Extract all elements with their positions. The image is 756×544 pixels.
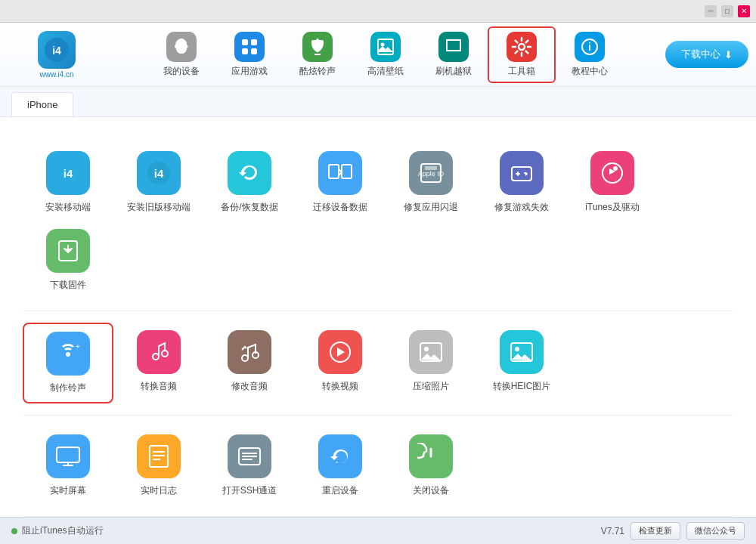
ssh-tunnel-label: 打开SSH通道 [222,484,277,497]
convert-video-label: 转换视频 [322,380,358,393]
close-button[interactable]: ✕ [738,5,750,17]
tool-download-fw[interactable]: 下载固件 [23,221,113,299]
fix-games-icon [500,151,544,195]
svg-rect-20 [512,167,531,181]
tool-row-1: i4 安装移动端 i4 安装旧版移动端 备份/恢复数据 [23,132,733,311]
download-center-label: 下载中心 [681,48,720,61]
tool-compress-photo[interactable]: 压缩照片 [386,323,476,403]
nav-wallpapers-label: 高清壁纸 [367,65,404,78]
svg-point-8 [519,44,525,50]
migrate-data-icon [318,151,362,195]
svg-point-33 [515,347,519,351]
tool-make-ringtone[interactable]: + 制作铃声 [23,323,113,403]
main-nav: 我的设备 应用游戏 酷炫铃声 [113,26,658,83]
svg-text:+: + [76,342,80,351]
tool-realtime-log[interactable]: 实时日志 [113,427,204,505]
minimize-button[interactable]: ─ [705,5,717,17]
tool-backup-restore[interactable]: 备份/恢复数据 [204,144,295,221]
realtime-log-icon [137,434,181,478]
download-center-button[interactable]: 下载中心 ⬇ [665,41,748,68]
tool-fix-games[interactable]: 修复游戏失效 [476,144,567,221]
tool-install-app[interactable]: i4 安装移动端 [23,144,113,221]
svg-rect-3 [251,39,257,45]
nav-my-device-icon [166,32,197,62]
tool-row-3: 实时屏幕 实时日志 [23,416,733,517]
maximize-button[interactable]: □ [721,5,733,17]
tool-ssh-tunnel[interactable]: 打开SSH通道 [204,427,295,505]
convert-video-icon [318,330,362,374]
svg-point-22 [613,166,618,171]
tool-realtime-screen[interactable]: 实时屏幕 [23,427,113,505]
tool-install-old-app[interactable]: i4 安装旧版移动端 [113,144,204,221]
reboot-device-icon [318,434,362,478]
make-ringtone-label: 制作铃声 [50,382,86,394]
compress-photo-label: 压缩照片 [413,380,449,393]
tool-section: i4 安装移动端 i4 安装旧版移动端 备份/恢复数据 [23,132,733,517]
nav-my-device[interactable]: 我的设备 [147,26,215,83]
tool-convert-audio[interactable]: 转换音频 [113,323,204,403]
svg-point-31 [424,347,429,351]
nav-jailbreak[interactable]: 刷机越狱 [420,26,488,83]
status-bar: 阻止iTunes自动运行 V7.71 检查更新 微信公众号 [0,517,756,544]
tool-reboot-device[interactable]: 重启设备 [295,427,386,505]
wechat-button[interactable]: 微信公众号 [686,522,745,540]
svg-rect-34 [57,447,79,462]
backup-restore-icon [228,151,271,195]
reboot-device-label: 重启设备 [322,484,358,497]
main-content: i4 安装移动端 i4 安装旧版移动端 备份/恢复数据 [0,117,756,517]
nav-jailbreak-label: 刷机越狱 [435,65,472,78]
install-old-app-label: 安装旧版移动端 [127,201,191,214]
edit-audio-label: 修改音频 [231,380,268,393]
svg-rect-2 [242,39,248,45]
shutdown-device-label: 关闭设备 [413,484,449,497]
check-update-button[interactable]: 检查更新 [631,522,680,540]
ssh-tunnel-icon [228,434,271,478]
nav-tutorial-icon: i [575,32,605,62]
logo: i4 www.i4.cn [8,31,106,79]
realtime-screen-icon [46,434,90,478]
nav-ringtones[interactable]: 酷炫铃声 [284,26,352,83]
status-indicator [11,528,17,534]
nav-tutorial-label: 教程中心 [572,65,608,78]
download-arrow-icon: ⬇ [724,49,733,60]
backup-restore-label: 备份/恢复数据 [221,201,277,214]
svg-text:i4: i4 [64,167,73,180]
svg-rect-15 [329,165,339,178]
tool-convert-video[interactable]: 转换视频 [295,323,386,403]
nav-apps-games[interactable]: 应用游戏 [215,26,284,83]
nav-wallpapers[interactable]: 高清壁纸 [352,26,420,83]
tool-row-2: + 制作铃声 转换音频 [23,311,733,416]
realtime-screen-label: 实时屏幕 [50,484,86,497]
svg-rect-4 [242,48,248,54]
nav-apps-games-label: 应用游戏 [231,65,268,78]
install-app-label: 安装移动端 [45,201,91,214]
svg-text:i: i [588,41,591,53]
tool-fix-apps[interactable]: Apple ID 修复应用闪退 [386,144,476,221]
status-right: V7.71 检查更新 微信公众号 [601,522,745,540]
tab-iphone-label: iPhone [27,99,57,110]
tool-itunes-driver[interactable]: iTunes及驱动 [567,144,658,221]
nav-toolbox[interactable]: 工具箱 [488,26,556,83]
tool-edit-audio[interactable]: 修改音频 [204,323,295,403]
nav-jailbreak-icon [438,32,469,62]
svg-rect-16 [342,165,352,178]
tool-migrate-data[interactable]: 迁移设备数据 [295,144,386,221]
tool-shutdown-device[interactable]: 关闭设备 [386,427,476,505]
fix-apps-label: 修复应用闪退 [404,201,458,214]
nav-ringtones-icon [302,32,333,62]
download-fw-label: 下载固件 [50,279,86,292]
logo-url: www.i4.cn [39,70,73,79]
version-text: V7.71 [601,526,624,536]
tab-iphone[interactable]: iPhone [11,92,73,116]
header: i4 www.i4.cn 我的设备 应用游戏 [0,23,756,87]
svg-text:Apple ID: Apple ID [418,170,445,178]
shutdown-device-icon [409,434,453,478]
nav-tutorial[interactable]: i 教程中心 [556,26,624,83]
svg-point-26 [162,351,168,357]
realtime-log-label: 实时日志 [141,484,177,497]
tool-convert-heic[interactable]: 转换HEIC图片 [476,323,567,403]
convert-audio-icon [137,330,181,374]
svg-text:i4: i4 [52,45,61,57]
edit-audio-icon [228,330,271,374]
itunes-driver-label: iTunes及驱动 [585,201,640,214]
